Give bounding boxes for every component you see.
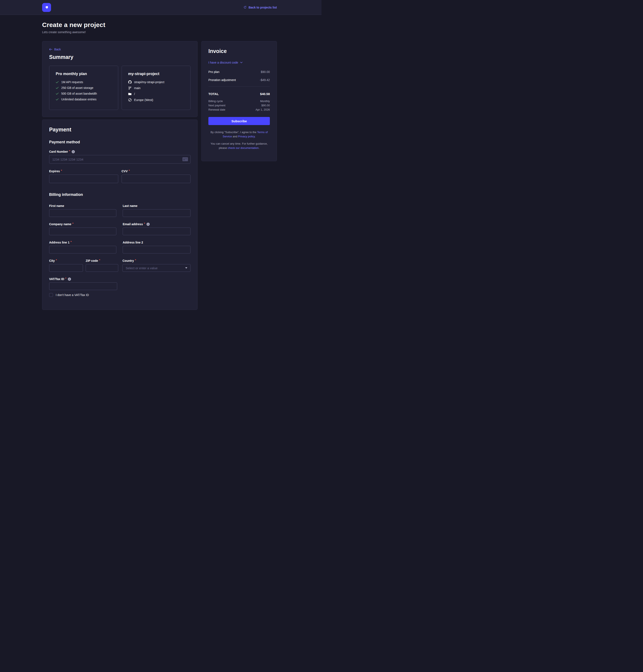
cvv-input[interactable] [122, 175, 191, 183]
plan-feature-label: Unlimited database entries [61, 98, 97, 101]
project-subcard: my-strapi-project strapi/my-strapi-proje… [122, 66, 191, 110]
strapi-cloud-logo[interactable] [42, 3, 51, 12]
invoice-title: Invoice [208, 48, 270, 54]
plan-feature: 250 GB of asset storage [56, 86, 112, 89]
invoice-line-item: Pro plan $90.00 [208, 70, 270, 74]
first-name-input[interactable] [49, 209, 116, 217]
country-select-placeholder: Select or enter a value [126, 266, 158, 270]
last-name-input[interactable] [123, 209, 191, 217]
meta-value: Monthly [260, 99, 270, 103]
required-asterisk: * [65, 277, 66, 280]
country-label: Country* [122, 259, 191, 262]
total-label: TOTAL [208, 92, 219, 96]
arrow-left-icon [49, 48, 52, 51]
city-label: City* [49, 259, 83, 262]
line-item-label: Proration adjustment [208, 78, 236, 82]
country-select[interactable]: Select or enter a value [122, 264, 191, 272]
address-line2-label: Address line 2 [123, 241, 191, 244]
github-icon [128, 80, 132, 84]
city-input[interactable] [49, 264, 83, 272]
back-to-projects-link[interactable]: Back to projects list [243, 6, 277, 9]
line-item-value: $90.00 [261, 70, 270, 74]
project-branch-label: main [134, 86, 141, 90]
documentation-link[interactable]: check our documentation [228, 146, 258, 149]
meta-label: Billing cycle [208, 99, 223, 103]
required-asterisk: * [69, 149, 70, 153]
invoice-column: Invoice I have a discount code Pro plan … [201, 41, 277, 161]
required-asterisk: * [71, 240, 72, 243]
check-icon [56, 81, 59, 83]
plan-feature-label: 250 GB of asset storage [61, 86, 93, 89]
info-icon[interactable]: i [72, 150, 75, 153]
expires-input[interactable] [49, 175, 118, 183]
invoice-card: Invoice I have a discount code Pro plan … [201, 41, 277, 161]
project-directory-label: / [134, 92, 135, 96]
plan-feature: 500 GB of asset bandwidth [56, 92, 112, 95]
project-repo-row: strapi/my-strapi-project [128, 80, 184, 84]
company-name-input[interactable] [49, 228, 116, 235]
summary-card: Back Summary Pro monthly plan 1M API req… [42, 41, 197, 117]
redo-arrow-icon [243, 6, 247, 9]
page-title: Create a new project [42, 21, 277, 28]
page-subtitle: Lets create something awesome! [42, 31, 277, 34]
required-asterisk: * [129, 169, 130, 172]
meta-value: Apr 1, 2026 [256, 108, 270, 112]
no-vat-checkbox-label: I don't have a VAT/Tax ID [56, 293, 89, 297]
plan-feature: Unlimited database entries [56, 98, 112, 101]
line-item-label: Pro plan [208, 70, 219, 74]
project-title: my-strapi-project [128, 72, 184, 76]
main-column: Back Summary Pro monthly plan 1M API req… [42, 41, 197, 310]
globe-icon [128, 98, 132, 101]
payment-method-title: Payment method [49, 140, 191, 144]
cvv-label: CVV* [122, 169, 191, 173]
vat-tax-id-label: VAT/Tax ID* i [49, 277, 191, 281]
git-branch-icon [128, 86, 132, 90]
first-name-label: First name [49, 204, 116, 207]
privacy-policy-link[interactable]: Privacy policy [238, 135, 255, 138]
plan-title: Pro monthly plan [56, 72, 112, 76]
email-address-label: Email address* i [123, 223, 191, 226]
address-line1-input[interactable] [49, 246, 116, 253]
zip-code-input[interactable] [86, 264, 118, 272]
folder-icon [128, 92, 132, 96]
caret-down-icon [185, 267, 187, 268]
plan-feature-label: 1M API requests [61, 80, 83, 84]
expires-label: Expires* [49, 169, 118, 173]
chevron-down-icon [240, 62, 243, 63]
address-line2-input[interactable] [123, 246, 191, 253]
back-link-label: Back [54, 48, 61, 51]
strapi-logo-icon [44, 5, 49, 10]
info-icon[interactable]: i [68, 277, 71, 281]
email-address-input[interactable] [123, 228, 191, 235]
top-navbar: Back to projects list [0, 0, 322, 15]
project-repo-label: strapi/my-strapi-project [134, 80, 165, 84]
plan-feature-label: 500 GB of asset bandwidth [61, 92, 97, 95]
last-name-label: Last name [123, 204, 191, 207]
company-name-label: Company name* [49, 223, 116, 226]
meta-label: Next payment [208, 103, 226, 108]
back-link[interactable]: Back [49, 48, 61, 51]
required-asterisk: * [144, 222, 145, 225]
check-icon [56, 93, 59, 95]
zip-code-label: ZIP code* [86, 259, 118, 262]
terms-text: By clicking "Subscribe", I agree to the … [208, 130, 270, 151]
meta-label: Renewal date [208, 108, 226, 112]
billing-cycle-row: Billing cycle Monthly [208, 99, 270, 103]
credit-card-icon [182, 157, 188, 161]
plan-feature: 1M API requests [56, 80, 112, 84]
total-value: $40.58 [260, 92, 270, 96]
renewal-date-row: Renewal date Apr 1, 2026 [208, 108, 270, 112]
meta-value: $90.00 [261, 103, 270, 108]
required-asterisk: * [61, 169, 62, 172]
info-icon[interactable]: i [146, 223, 150, 226]
project-directory-row: / [128, 92, 184, 96]
required-asterisk: * [99, 259, 100, 262]
no-vat-checkbox[interactable] [49, 293, 53, 297]
vat-tax-id-input[interactable] [49, 283, 117, 290]
subscribe-button[interactable]: Subscribe [208, 117, 270, 125]
discount-code-toggle[interactable]: I have a discount code [208, 61, 243, 64]
discount-code-label: I have a discount code [208, 61, 238, 64]
invoice-line-item: Proration adjustment -$49.42 [208, 78, 270, 82]
card-number-input[interactable] [49, 155, 191, 164]
payment-card: Payment Payment method Card Number* i [42, 120, 197, 310]
